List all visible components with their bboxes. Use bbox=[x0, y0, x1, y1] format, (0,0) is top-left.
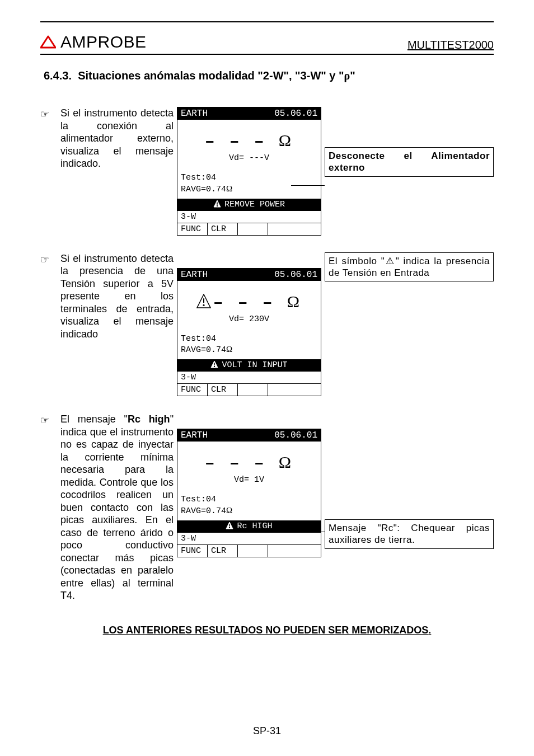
screen-header: EARTH 05.06.01 bbox=[177, 429, 321, 442]
bullet-icon: ☞ bbox=[40, 107, 57, 120]
screen-header: EARTH 05.06.01 bbox=[177, 269, 321, 281]
softkey-blank2[interactable] bbox=[268, 384, 321, 396]
item-row: ☞ El mensaje "Rc high" indica que el ins… bbox=[40, 413, 494, 602]
screen-header: EARTH 05.06.01 bbox=[177, 107, 321, 120]
svg-point-6 bbox=[203, 304, 204, 306]
item-row: ☞ Si el instrumento detecta la presencia… bbox=[40, 252, 494, 397]
section-title: 6.4.3. Situaciones anómalas modalidad "2… bbox=[44, 69, 494, 82]
svg-point-12 bbox=[229, 527, 230, 528]
header-underline bbox=[40, 54, 494, 55]
device-screen: EARTH 05.06.01 – – – Ω Vd= 230V Test:04R… bbox=[177, 268, 321, 397]
softkey-func[interactable]: FUNC bbox=[177, 545, 208, 557]
softkey-blank1[interactable] bbox=[238, 384, 268, 396]
svg-point-3 bbox=[217, 205, 218, 206]
page-number: SP-31 bbox=[0, 725, 534, 737]
softkey-blank1[interactable] bbox=[238, 223, 268, 235]
warning-icon bbox=[210, 360, 218, 370]
screen-date: 05.06.01 bbox=[274, 270, 317, 280]
screen-message-bar: Rc HIGH bbox=[177, 520, 321, 532]
screen-test-info: Test:04RAVG=0.74Ω bbox=[177, 334, 321, 356]
item-description: Si el instrumento detecta la presencia d… bbox=[60, 252, 174, 341]
svg-point-9 bbox=[214, 366, 215, 367]
screen-reading: – – – Ω bbox=[177, 120, 321, 153]
screen-message: REMOVE POWER bbox=[224, 200, 285, 209]
screen-softkeys: FUNC CLR bbox=[177, 545, 321, 557]
softkey-clr[interactable]: CLR bbox=[208, 223, 238, 235]
screen-softkeys: FUNC CLR bbox=[177, 223, 321, 235]
item-description: Si el instrumento detecta la conexión al… bbox=[60, 107, 174, 170]
screen-vd: Vd= ---V bbox=[177, 153, 321, 163]
screen-vd: Vd= 1V bbox=[177, 475, 321, 485]
logo-triangle-icon bbox=[40, 35, 56, 49]
screen-mode-3w: 3-W bbox=[177, 372, 321, 384]
screen-mode: EARTH bbox=[181, 270, 208, 280]
callout-column: Mensaje "Rc": Chequear picas auxiliares … bbox=[325, 413, 494, 549]
item-description: El mensaje "Rc high" indica que el instr… bbox=[60, 413, 174, 602]
device-screen: EARTH 05.06.01 – – – Ω Vd= 1V Test:04RAV… bbox=[177, 429, 321, 557]
callout-box: Mensaje "Rc": Chequear picas auxiliares … bbox=[325, 519, 494, 549]
softkey-func[interactable]: FUNC bbox=[177, 384, 208, 396]
screen-mode: EARTH bbox=[181, 109, 208, 119]
item-row: ☞ Si el instrumento detecta la conexión … bbox=[40, 107, 494, 236]
screen-message-bar: VOLT IN INPUT bbox=[177, 359, 321, 371]
footer-note: LOS ANTERIORES RESULTADOS NO PUEDEN SER … bbox=[40, 624, 494, 636]
warning-icon bbox=[226, 522, 233, 531]
device-screen: EARTH 05.06.01 – – – Ω Vd= ---V Test:04R… bbox=[177, 107, 321, 236]
screen-reading: – – – Ω bbox=[177, 281, 321, 314]
callout-box: Desconecte el Alimentador externo bbox=[325, 147, 494, 177]
svg-marker-0 bbox=[41, 36, 55, 48]
bullet-icon: ☞ bbox=[40, 413, 57, 426]
callout-column: Desconecte el Alimentador externo bbox=[325, 107, 494, 230]
screen-mode: EARTH bbox=[181, 430, 208, 440]
screen-vd: Vd= 230V bbox=[177, 314, 321, 324]
softkey-clr[interactable]: CLR bbox=[208, 545, 238, 557]
softkey-clr[interactable]: CLR bbox=[208, 384, 238, 396]
callout-box: El símbolo "⚠" indica la presencia de Te… bbox=[325, 252, 494, 282]
top-rule bbox=[40, 21, 494, 22]
softkey-blank2[interactable] bbox=[268, 223, 321, 235]
softkey-blank1[interactable] bbox=[238, 545, 268, 557]
screen-softkeys: FUNC CLR bbox=[177, 384, 321, 396]
screen-message: Rc HIGH bbox=[237, 522, 272, 531]
softkey-func[interactable]: FUNC bbox=[177, 223, 208, 235]
screen-mode-3w: 3-W bbox=[177, 211, 321, 223]
screen-date: 05.06.01 bbox=[274, 109, 317, 119]
screen-date: 05.06.01 bbox=[274, 430, 317, 440]
brand-name: AMPROBE bbox=[60, 32, 147, 51]
callout-column: El símbolo "⚠" indica la presencia de Te… bbox=[325, 252, 494, 375]
header-row: AMPROBE MULTITEST2000 bbox=[40, 32, 494, 51]
brand: AMPROBE bbox=[40, 32, 147, 51]
warning-icon bbox=[213, 200, 221, 209]
bullet-icon: ☞ bbox=[40, 252, 57, 266]
screen-reading: – – – Ω bbox=[177, 442, 321, 475]
softkey-blank2[interactable] bbox=[268, 545, 321, 557]
screen-test-info: Test:04RAVG=0.74Ω bbox=[177, 495, 321, 517]
screen-message-bar: REMOVE POWER bbox=[177, 199, 321, 210]
model-label: MULTITEST2000 bbox=[407, 39, 494, 51]
screen-test-info: Test:04RAVG=0.74Ω bbox=[177, 173, 321, 195]
screen-mode-3w: 3-W bbox=[177, 533, 321, 545]
screen-message: VOLT IN INPUT bbox=[222, 360, 287, 370]
